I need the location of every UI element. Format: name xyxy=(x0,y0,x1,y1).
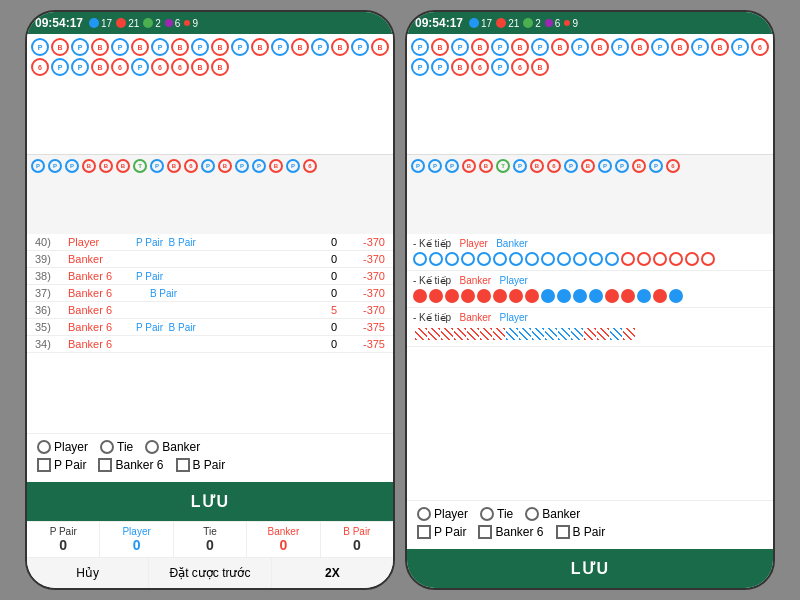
pred-dot xyxy=(509,252,523,266)
score-row-left: P Pair 0 Player 0 Tie 0 Banker 0 B Pair xyxy=(27,521,393,557)
banker-score: Banker 0 xyxy=(247,522,320,557)
small-bead: P xyxy=(513,159,527,173)
pred-dot xyxy=(573,252,587,266)
pred-dot xyxy=(669,252,683,266)
bead: B xyxy=(91,58,109,76)
bpair-label: B Pair xyxy=(193,458,226,472)
pred-dot xyxy=(541,289,555,303)
phones-container: 09:54:17 17 21 2 xyxy=(15,0,785,600)
player-radio[interactable] xyxy=(37,440,51,454)
player-dot xyxy=(89,18,99,28)
banker6-label-r: Banker 6 xyxy=(495,525,543,539)
bpair-option-r[interactable]: B Pair xyxy=(556,525,606,539)
small-bead: P xyxy=(48,159,62,173)
pred-dot xyxy=(685,252,699,266)
player-radio-r[interactable] xyxy=(417,507,431,521)
banker-radio-r[interactable] xyxy=(525,507,539,521)
banker-label: Banker xyxy=(162,440,200,454)
double-button[interactable]: 2X xyxy=(272,558,393,588)
banker6-option-r[interactable]: Banker 6 xyxy=(478,525,543,539)
ppair-checkbox[interactable] xyxy=(37,458,51,472)
pred-dot xyxy=(413,289,427,303)
bead: B xyxy=(431,38,449,56)
bead: P xyxy=(71,58,89,76)
pred-dot xyxy=(573,289,587,303)
bead: 6 xyxy=(511,58,529,76)
bead: B xyxy=(371,38,389,56)
player-option[interactable]: Player xyxy=(37,440,88,454)
small-bead: P xyxy=(31,159,45,173)
tie-radio-r[interactable] xyxy=(480,507,494,521)
bead: P xyxy=(411,58,429,76)
banker6-option[interactable]: Banker 6 xyxy=(98,458,163,472)
banker-option[interactable]: Banker xyxy=(145,440,200,454)
bead: B xyxy=(331,38,349,56)
stripe xyxy=(584,328,596,340)
player-option-r[interactable]: Player xyxy=(417,507,468,521)
small-bead: P xyxy=(564,159,578,173)
small-bead: T xyxy=(496,159,510,173)
cancel-button[interactable]: Hủy xyxy=(27,558,149,588)
banker-dot xyxy=(116,18,126,28)
pp-dot-r xyxy=(545,19,553,27)
banker6-checkbox-r[interactable] xyxy=(478,525,492,539)
tie-option[interactable]: Tie xyxy=(100,440,133,454)
bpair-checkbox[interactable] xyxy=(176,458,190,472)
ppair-checkbox-r[interactable] xyxy=(417,525,431,539)
player-stat: 17 xyxy=(89,18,112,29)
bead: P xyxy=(71,38,89,56)
pred-dot xyxy=(429,252,443,266)
ppair-option-r[interactable]: P Pair xyxy=(417,525,466,539)
bead: P xyxy=(651,38,669,56)
table-row: 34) Banker 6 0 -375 xyxy=(27,336,393,353)
pred-dot xyxy=(557,252,571,266)
prev-bet-button[interactable]: Đặt cược trước xyxy=(149,558,271,588)
bead: P xyxy=(111,38,129,56)
bead: B xyxy=(211,38,229,56)
small-bead: P xyxy=(65,159,79,173)
small-bead: P xyxy=(649,159,663,173)
time-left: 09:54:17 xyxy=(35,16,83,30)
small-bead: P xyxy=(428,159,442,173)
banker6-checkbox[interactable] xyxy=(98,458,112,472)
bpair-checkbox-r[interactable] xyxy=(556,525,570,539)
bead: B xyxy=(171,38,189,56)
pred-dots-2 xyxy=(413,289,767,303)
stripe xyxy=(610,328,622,340)
pred-dot xyxy=(637,289,651,303)
save-button-right[interactable]: LƯU xyxy=(407,549,773,588)
save-button-left[interactable]: LƯU xyxy=(27,482,393,521)
banker-radio[interactable] xyxy=(145,440,159,454)
stripe xyxy=(571,328,583,340)
small-bead: P xyxy=(411,159,425,173)
pred-dot xyxy=(461,252,475,266)
pred-dot xyxy=(413,252,427,266)
right-phone: 09:54:17 17 21 2 xyxy=(405,10,775,590)
tie-radio[interactable] xyxy=(100,440,114,454)
action-row-left: Hủy Đặt cược trước 2X xyxy=(27,557,393,588)
pred-dot xyxy=(589,289,603,303)
bpair-option[interactable]: B Pair xyxy=(176,458,226,472)
tie-option-r[interactable]: Tie xyxy=(480,507,513,521)
table-row: 37) Banker 6 B Pair 0 -370 xyxy=(27,285,393,302)
ppair-option[interactable]: P Pair xyxy=(37,458,86,472)
small-bead: P xyxy=(615,159,629,173)
bead: 6 xyxy=(471,58,489,76)
small-bead: P xyxy=(235,159,249,173)
banker-option-r[interactable]: Banker xyxy=(525,507,580,521)
bet-row-1: Player Tie Banker xyxy=(37,440,383,454)
pred-dot xyxy=(621,252,635,266)
bp-stat-r: 9 xyxy=(564,18,578,29)
bead: B xyxy=(51,38,69,56)
bead-road-left: P B P B P B P B P B P B P B P B P B 6 P xyxy=(27,34,393,154)
status-bar-right: 09:54:17 17 21 2 xyxy=(407,12,773,34)
bead: B xyxy=(631,38,649,56)
bet-row-r2: P Pair Banker 6 B Pair xyxy=(417,525,763,539)
small-bead: B xyxy=(479,159,493,173)
pred-dot xyxy=(493,289,507,303)
bead: 6 xyxy=(151,58,169,76)
small-bead: B xyxy=(218,159,232,173)
bead: P xyxy=(731,38,749,56)
pred-label-2: - Kế tiếp Banker Player xyxy=(413,275,767,286)
tie-stat-r: 2 xyxy=(523,18,541,29)
